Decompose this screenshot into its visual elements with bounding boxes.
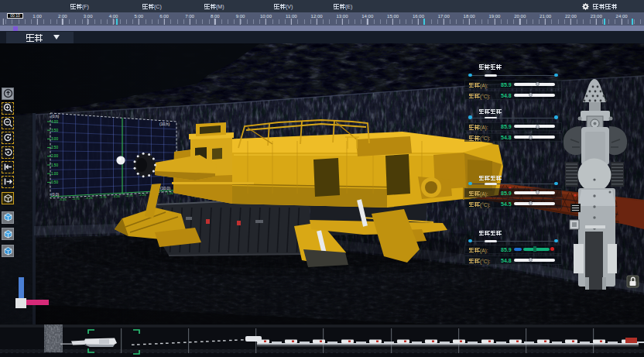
svg-text:-5.25: -5.25 (59, 197, 67, 201)
svg-text:4.00: 4.00 (51, 120, 58, 124)
svg-text:1.00: 1.00 (51, 172, 58, 176)
svg-text:2.00: 2.00 (51, 154, 58, 158)
svg-text:1.50: 1.50 (51, 163, 58, 167)
svg-text:2.50: 2.50 (51, 146, 58, 149)
svg-text:(0,0): (0,0) (51, 192, 60, 197)
svg-text:3.50: 3.50 (51, 129, 58, 132)
svg-text:-2.75: -2.75 (125, 194, 133, 197)
svg-text:(10,h): (10,h) (159, 122, 170, 126)
svg-text:0.50: 0.50 (51, 180, 58, 184)
svg-text:-1.25: -1.25 (166, 191, 173, 195)
svg-text:-3.75: -3.75 (99, 195, 107, 199)
svg-text:(10,0): (10,0) (160, 186, 170, 191)
svg-text:-2.25: -2.25 (139, 193, 146, 197)
svg-text:-3.25: -3.25 (112, 194, 120, 198)
svg-text:3.00: 3.00 (51, 137, 58, 141)
svg-text:-4.25: -4.25 (85, 196, 93, 200)
svg-text:-4.75: -4.75 (72, 197, 80, 201)
svg-text:(0,h): (0,h) (51, 114, 60, 118)
